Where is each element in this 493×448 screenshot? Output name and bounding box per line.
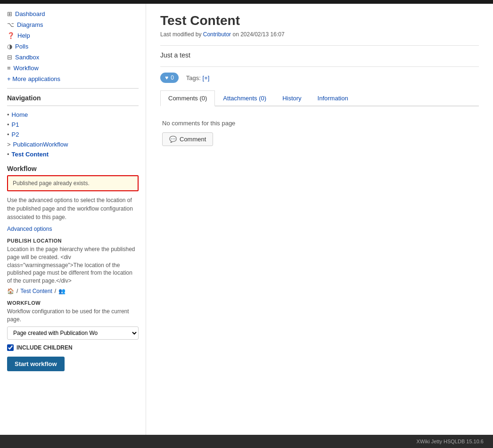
page-meta: Last modified by Contributor on 2024/02/…	[160, 31, 479, 38]
breadcrumb-separator-1: /	[16, 288, 18, 294]
tags-label: Tags:	[186, 74, 201, 81]
nav-item-publication-workflow: >PublicationWorkflow	[7, 139, 139, 149]
tags-area: Tags: [+]	[186, 74, 210, 81]
last-modified-suffix: on 2024/02/13 16:07	[232, 31, 284, 38]
page-content-text: Just a test	[160, 51, 479, 59]
workflow-section-title: Workflow	[7, 165, 139, 172]
sidebar: ⊞ Dashboard ⌥ Diagrams ❓ Help ◑ Polls ⊟ …	[0, 4, 146, 435]
workflow-select[interactable]: Page created with Publication Wo	[7, 326, 139, 340]
workflow-description: Use the advanced options to select the l…	[7, 196, 139, 221]
nav-item-p1: •P1	[7, 120, 139, 130]
tabs-container: Comments (0) Attachments (0) History Inf…	[160, 90, 479, 106]
tab-history-label: History	[282, 95, 301, 102]
tab-history[interactable]: History	[274, 90, 309, 106]
workflow-warning-text: Published page already exists.	[13, 180, 90, 187]
workflow-section: Workflow Published page already exists. …	[7, 165, 139, 371]
page-title: Test Content	[160, 13, 479, 28]
publish-location-desc: Location in the page hierarchy where the…	[7, 245, 139, 285]
tab-comments[interactable]: Comments (0)	[160, 90, 215, 106]
sidebar-label-diagrams: Diagrams	[17, 21, 43, 28]
polls-icon: ◑	[7, 43, 12, 50]
tab-information-label: Information	[318, 95, 348, 102]
sidebar-item-polls[interactable]: ◑ Polls	[7, 41, 139, 52]
sidebar-item-dashboard[interactable]: ⊞ Dashboard	[7, 8, 139, 19]
heart-icon: ♥	[165, 74, 168, 81]
sidebar-item-diagrams[interactable]: ⌥ Diagrams	[7, 19, 139, 30]
page-divider-1	[160, 45, 479, 46]
people-icon: 👥	[58, 288, 66, 294]
tabs-list: Comments (0) Attachments (0) History Inf…	[160, 90, 479, 106]
sidebar-label-polls: Polls	[15, 43, 28, 50]
nav-link-home[interactable]: Home	[12, 111, 28, 118]
nav-link-p1[interactable]: P1	[12, 121, 19, 128]
more-apps-label: + More applications	[7, 75, 60, 82]
publish-location-label: PUBLISH LOCATION	[7, 238, 139, 244]
app-links: ⊞ Dashboard ⌥ Diagrams ❓ Help ◑ Polls ⊟ …	[7, 8, 139, 84]
like-button[interactable]: ♥ 0	[160, 73, 179, 83]
tab-content-comments: No comments for this page 💬 Comment	[160, 114, 479, 152]
dashboard-icon: ⊞	[7, 10, 12, 17]
comment-icon: 💬	[169, 136, 177, 143]
nav-item-home: •Home	[7, 110, 139, 120]
include-children-row: INCLUDE CHILDREN	[7, 344, 139, 351]
nav-list: •Home •P1 •P2 >PublicationWorkflow •Test…	[7, 110, 139, 159]
navigation-title: Navigation	[7, 94, 139, 102]
tab-attachments-label: Attachments (0)	[223, 95, 266, 102]
sidebar-label-sandbox: Sandbox	[15, 54, 39, 61]
breadcrumb-row: 🏠 / Test Content / 👥	[7, 288, 139, 294]
sidebar-item-help[interactable]: ❓ Help	[7, 30, 139, 41]
nav-link-p2[interactable]: P2	[12, 131, 19, 138]
footer-text: XWiki Jetty HSQLDB 15.10.6	[417, 439, 484, 444]
sidebar-divider-1	[7, 88, 139, 89]
sidebar-label-workflow: Workflow	[14, 65, 39, 72]
likes-tags-row: ♥ 0 Tags: [+]	[160, 73, 479, 83]
tags-add-link[interactable]: [+]	[203, 74, 210, 81]
diagrams-icon: ⌥	[7, 21, 14, 28]
sidebar-label-help: Help	[17, 32, 30, 39]
nav-item-test-content: •Test Content	[7, 149, 139, 159]
comment-button[interactable]: 💬 Comment	[162, 132, 213, 146]
comment-button-label: Comment	[180, 136, 206, 143]
tab-attachments[interactable]: Attachments (0)	[215, 90, 274, 106]
tab-comments-label: Comments (0)	[168, 95, 207, 102]
start-workflow-button[interactable]: Start workflow	[7, 357, 65, 371]
advanced-options-link[interactable]: Advanced options	[7, 226, 52, 232]
sidebar-item-workflow[interactable]: ≡ Workflow	[7, 63, 139, 73]
workflow-desc-text: Use the advanced options to select the l…	[7, 197, 133, 220]
workflow-icon: ≡	[7, 65, 11, 72]
workflow-label: WORKFLOW	[7, 300, 139, 306]
sidebar-divider-2	[7, 106, 139, 106]
nav-link-publication-workflow[interactable]: PublicationWorkflow	[13, 141, 68, 148]
tab-information[interactable]: Information	[310, 90, 356, 106]
include-children-label: INCLUDE CHILDREN	[16, 344, 73, 351]
workflow-config-desc: Workflow configuration to be used for th…	[7, 308, 139, 324]
no-comments-text: No comments for this page	[162, 120, 477, 127]
contributor-link[interactable]: Contributor	[203, 31, 231, 38]
breadcrumb-separator-2: /	[55, 288, 56, 294]
include-children-checkbox[interactable]	[7, 344, 14, 351]
nav-link-test-content[interactable]: Test Content	[12, 151, 49, 158]
nav-item-p2: •P2	[7, 130, 139, 139]
footer: XWiki Jetty HSQLDB 15.10.6	[0, 435, 493, 448]
sandbox-icon: ⊟	[7, 54, 12, 61]
top-bar	[0, 0, 493, 4]
breadcrumb-test-content[interactable]: Test Content	[20, 288, 52, 294]
sidebar-item-more-apps[interactable]: + More applications	[7, 73, 139, 84]
workflow-warning: Published page already exists.	[7, 175, 139, 191]
likes-count: 0	[171, 74, 174, 81]
main-content: Test Content Last modified by Contributo…	[146, 4, 493, 435]
last-modified-prefix: Last modified by	[160, 31, 201, 38]
home-icon: 🏠	[7, 288, 14, 294]
page-divider-2	[160, 66, 479, 67]
sidebar-item-sandbox[interactable]: ⊟ Sandbox	[7, 52, 139, 63]
sidebar-label-dashboard: Dashboard	[15, 10, 45, 17]
help-icon: ❓	[7, 32, 15, 39]
